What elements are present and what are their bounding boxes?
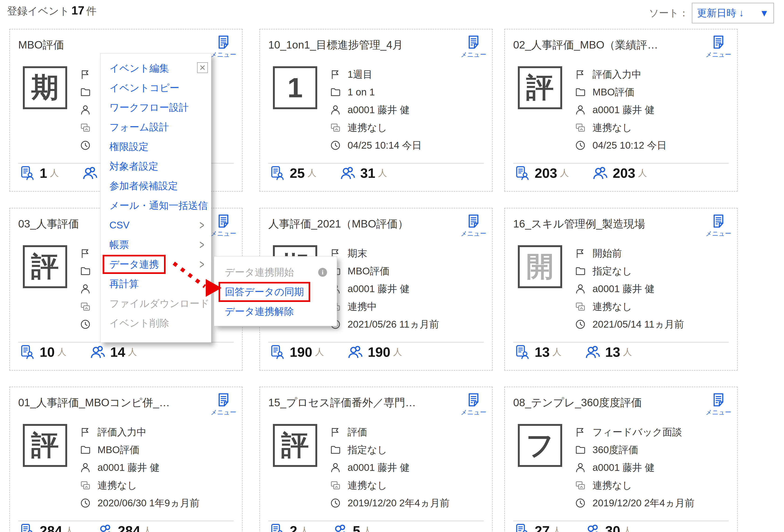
event-card[interactable]: 15_プロセス評価番外／専門… メニュー 評 評価 指定なし a0001 藤井 … <box>259 387 493 532</box>
link-status-row: 連携なし <box>575 298 733 315</box>
participants-icon <box>586 523 601 532</box>
owner-row: a0001 藤井 健 <box>330 459 488 476</box>
submenu-item-data-link-start[interactable]: データ連携開始 <box>214 262 337 282</box>
chevron-right-icon: > <box>199 257 204 272</box>
owner-row: a0001 藤井 健 <box>330 280 488 298</box>
category-row: MBO評価 <box>330 262 488 280</box>
respondents-icon <box>20 523 35 532</box>
menu-item-csv[interactable]: CSV> <box>101 215 211 235</box>
status-row: 評価入力中 <box>80 423 239 441</box>
card-footer: 203人 203人 <box>515 165 647 181</box>
highlight-box: データ連携 <box>103 255 166 274</box>
participants-count: 31 <box>360 165 375 181</box>
card-footer: 1人 <box>20 165 106 181</box>
flag-icon <box>575 248 586 259</box>
person-icon <box>575 104 586 115</box>
card-menu-button[interactable]: メニュー <box>703 35 734 59</box>
event-initial-badge: 評 <box>273 424 317 467</box>
card-footer: 2人 5人 <box>270 523 372 532</box>
event-title: 10_1on1_目標進捗管理_4月 <box>268 38 403 52</box>
menu-item-mail-bulk-send[interactable]: メール・通知一括送信 <box>101 196 211 215</box>
link-status-row: 連携なし <box>575 476 733 494</box>
event-card[interactable]: 16_スキル管理例_製造現場 メニュー 開 開始前 指定なし a0001 藤井 … <box>504 208 737 370</box>
respondents-icon <box>20 345 35 360</box>
event-title: MBO評価 <box>18 38 64 52</box>
menu-item-participant-candidate-settings[interactable]: 参加者候補設定 <box>101 176 211 196</box>
updated-row: 2019/12/20 2年4ヵ月前 <box>330 494 488 512</box>
status-row: 開始前 <box>575 245 733 262</box>
menu-item-event-copy[interactable]: イベントコピー <box>101 78 211 98</box>
event-count-unit: 件 <box>86 5 96 17</box>
participants-icon <box>348 345 363 360</box>
participants-count: 30 <box>605 523 620 532</box>
event-title: 01_人事評価_MBOコンピ併_… <box>18 395 170 410</box>
card-menu-button[interactable]: メニュー <box>458 393 489 417</box>
link-icon <box>575 122 586 133</box>
card-menu-button[interactable]: メニュー <box>208 35 239 59</box>
folder-icon <box>80 87 91 98</box>
link-status-row: 連携なし <box>330 476 488 494</box>
menu-item-recalculate[interactable]: 再計算 <box>101 274 211 294</box>
chevron-right-icon: > <box>199 237 204 252</box>
event-card[interactable]: 10_1on1_目標進捗管理_4月 メニュー 1 1週目 1 on 1 a000… <box>259 29 493 192</box>
folder-icon <box>575 87 586 98</box>
page-title-label: 登録イベント <box>7 5 69 17</box>
flag-icon <box>330 426 341 438</box>
sort-control: ソート： 更新日時 ↓ ▼ <box>649 3 774 23</box>
event-card[interactable]: 01_人事評価_MBOコンピ併_… メニュー 評 評価入力中 MBO評価 a00… <box>9 387 243 532</box>
menu-item-target-settings[interactable]: 対象者設定 <box>101 157 211 176</box>
card-menu-button[interactable]: メニュー <box>703 214 734 238</box>
card-menu-button[interactable]: メニュー <box>458 35 489 59</box>
sort-selected-value: 更新日時 ↓ <box>697 6 744 20</box>
folder-icon <box>80 265 91 277</box>
link-icon <box>330 480 341 491</box>
card-menu-button[interactable]: メニュー <box>703 393 734 417</box>
owner-row: a0001 藤井 健 <box>575 459 733 476</box>
sort-dropdown[interactable]: 更新日時 ↓ ▼ <box>692 3 774 23</box>
menu-item-event-edit[interactable]: イベント編集 <box>101 59 211 78</box>
menu-item-workflow-design[interactable]: ワークフロー設計 <box>101 98 211 117</box>
menu-item-report[interactable]: 帳票> <box>101 235 211 255</box>
status-row: フィードバック面談 <box>575 423 733 441</box>
event-initial-badge: フ <box>518 424 562 467</box>
clock-icon <box>575 498 586 509</box>
event-title: 03_人事評価 <box>18 217 79 231</box>
respondents-icon <box>515 523 530 532</box>
menu-button-label: メニュー <box>211 408 236 417</box>
menu-item-form-design[interactable]: フォーム設計 <box>101 117 211 137</box>
respondents-count: 203 <box>535 165 557 181</box>
submenu-item-data-link-release[interactable]: データ連携解除 <box>214 302 337 321</box>
menu-item-permission-settings[interactable]: 権限設定 <box>101 137 211 157</box>
card-footer: 190人 190人 <box>270 344 402 360</box>
menu-item-event-delete[interactable]: イベント削除 <box>101 313 211 333</box>
divider <box>268 342 484 342</box>
submenu-item-answer-data-sync[interactable]: 回答データの同期 <box>214 282 337 302</box>
participants-count: 14 <box>110 344 125 360</box>
card-menu-button[interactable]: メニュー <box>208 214 239 238</box>
respondents-count: 27 <box>535 523 550 532</box>
divider <box>18 521 234 521</box>
menu-item-file-download[interactable]: ファイルダウンロード <box>101 294 211 313</box>
info-icon[interactable] <box>318 268 327 277</box>
event-card[interactable]: 08_テンプレ_360度度評価 メニュー フ フィードバック面談 360度評価 … <box>504 387 737 532</box>
category-row: 指定なし <box>330 441 488 459</box>
category-row: MBO評価 <box>80 441 239 459</box>
link-icon <box>575 480 586 491</box>
event-card[interactable]: 02_人事評価_MBO（業績評… メニュー 評 評価入力中 MBO評価 a000… <box>504 29 737 192</box>
card-menu-button[interactable]: メニュー <box>208 393 239 417</box>
card-menu-button[interactable]: メニュー <box>458 214 489 238</box>
link-icon <box>575 301 586 312</box>
clock-icon <box>80 319 91 330</box>
owner-row: a0001 藤井 健 <box>330 101 488 119</box>
clock-icon <box>330 140 341 151</box>
status-row: 評価入力中 <box>575 65 733 83</box>
chevron-right-icon: > <box>199 218 204 232</box>
menu-item-data-link[interactable]: データ連携> <box>101 255 211 274</box>
updated-row: 04/25 10:12 今日 <box>575 137 733 154</box>
dropdown-caret-icon: ▼ <box>759 8 769 19</box>
card-footer: 10人 14人 <box>20 344 137 360</box>
participants-icon <box>83 166 98 180</box>
menu-document-icon <box>466 214 481 228</box>
respondents-icon <box>270 166 285 180</box>
person-icon <box>80 462 91 473</box>
